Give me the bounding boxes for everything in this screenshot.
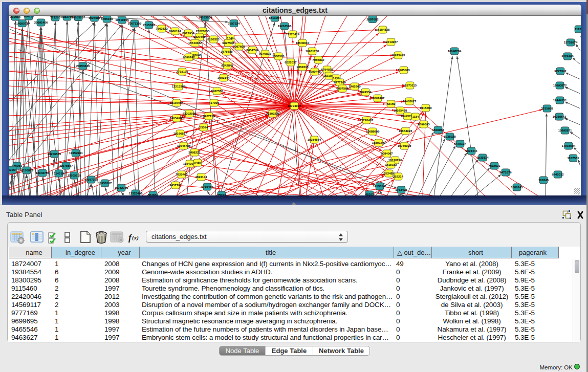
svg-text:252214: 252214: [393, 175, 404, 178]
svg-text:12942757: 12942757: [36, 171, 50, 174]
svg-text:1184: 1184: [412, 115, 419, 118]
svg-text:10958107: 10958107: [98, 182, 112, 185]
svg-text:9474444: 9474444: [465, 149, 477, 152]
svg-text:16543382: 16543382: [188, 41, 202, 45]
svg-text:16210643: 16210643: [553, 115, 567, 118]
svg-text:6479197: 6479197: [454, 142, 466, 145]
svg-text:9245012: 9245012: [552, 173, 564, 176]
svg-text:12213967: 12213967: [384, 40, 398, 43]
svg-text:9146821: 9146821: [259, 52, 271, 55]
svg-text:1527602: 1527602: [89, 16, 101, 19]
svg-text:7515526: 7515526: [143, 24, 155, 27]
svg-text:62160: 62160: [387, 102, 396, 105]
svg-text:23226055: 23226055: [196, 30, 210, 33]
svg-text:1362615: 1362615: [296, 65, 309, 69]
svg-text:16782759: 16782759: [115, 186, 128, 189]
svg-text:12323466: 12323466: [129, 192, 143, 195]
svg-text:10807487: 10807487: [371, 97, 385, 100]
svg-text:2718176: 2718176: [176, 70, 188, 73]
svg-text:19654985: 19654985: [170, 117, 184, 120]
svg-text:7632621: 7632621: [488, 164, 500, 167]
svg-text:6497568: 6497568: [336, 87, 349, 90]
svg-text:7462660: 7462660: [349, 85, 361, 88]
svg-text:16961758: 16961758: [306, 50, 319, 53]
svg-text:15720407: 15720407: [360, 119, 374, 122]
svg-text:39154: 39154: [9, 168, 17, 171]
svg-text:9896742: 9896742: [183, 56, 195, 59]
svg-text:8813054: 8813054: [269, 16, 281, 19]
svg-text:10653267: 10653267: [72, 16, 85, 19]
svg-text:15692971: 15692971: [558, 129, 572, 132]
svg-text:19654923: 19654923: [399, 129, 412, 133]
svg-text:230584: 230584: [10, 16, 21, 18]
svg-text:11156829: 11156829: [20, 169, 34, 172]
svg-text:9485: 9485: [194, 161, 201, 164]
svg-text:7625402: 7625402: [176, 173, 188, 176]
svg-text:6794028: 6794028: [321, 68, 333, 71]
svg-text:3215958: 3215958: [541, 107, 553, 110]
svg-text:20053346: 20053346: [76, 64, 90, 68]
svg-text:7663822: 7663822: [156, 27, 168, 30]
svg-text:53594: 53594: [200, 126, 208, 129]
svg-text:9115460: 9115460: [420, 106, 432, 110]
svg-text:9084067: 9084067: [381, 152, 393, 155]
svg-text:18640910: 18640910: [296, 41, 310, 45]
svg-text:19463627: 19463627: [403, 100, 417, 103]
svg-text:10719155: 10719155: [115, 18, 129, 21]
svg-text:1405571: 1405571: [16, 22, 29, 25]
svg-text:18724007: 18724007: [288, 104, 301, 107]
svg-text:3267110: 3267110: [203, 115, 215, 118]
svg-text:8454749: 8454749: [246, 49, 258, 52]
svg-text:7955812: 7955812: [312, 58, 324, 61]
svg-text:19166827: 19166827: [173, 132, 187, 135]
svg-text:11325419: 11325419: [286, 33, 300, 36]
svg-text:2367608: 2367608: [233, 45, 245, 48]
svg-text:7957224: 7957224: [228, 22, 240, 25]
svg-text:8912954: 8912954: [182, 32, 194, 35]
svg-text:20691406: 20691406: [34, 21, 48, 24]
svg-text:1615152: 1615152: [385, 163, 397, 166]
svg-text:19384554: 19384554: [308, 138, 321, 141]
svg-text:1606145: 1606145: [511, 186, 523, 189]
svg-text:8960124: 8960124: [169, 30, 181, 33]
svg-text:8990448: 8990448: [309, 70, 321, 73]
svg-text:16648784: 16648784: [448, 50, 462, 53]
svg-text:16107554: 16107554: [170, 101, 184, 104]
svg-text:23302035: 23302035: [183, 112, 197, 115]
svg-text:30975867: 30975867: [59, 164, 73, 167]
svg-text:1588520: 1588520: [272, 55, 285, 58]
svg-text:2087682: 2087682: [366, 18, 379, 21]
svg-text:801634: 801634: [148, 193, 159, 195]
svg-text:9457791: 9457791: [169, 184, 182, 187]
svg-text:10973493: 10973493: [391, 54, 405, 57]
svg-text:114519: 114519: [54, 172, 64, 175]
svg-text:17359934: 17359934: [69, 151, 83, 155]
svg-text:9716465: 9716465: [201, 185, 213, 188]
svg-text:771205: 771205: [50, 16, 61, 19]
svg-text:7485063: 7485063: [398, 69, 410, 72]
svg-text:19218506: 19218506: [278, 25, 292, 28]
svg-text:18807249: 18807249: [372, 141, 386, 144]
svg-text:10756928: 10756928: [398, 144, 411, 147]
svg-text:12213369: 12213369: [172, 85, 186, 88]
svg-text:8938928: 8938928: [444, 135, 456, 138]
svg-text:10688609: 10688609: [366, 130, 380, 133]
svg-text:15751074: 15751074: [564, 41, 578, 44]
svg-text:16154838: 16154838: [376, 28, 390, 31]
svg-text:1167531: 1167531: [567, 157, 579, 160]
svg-text:8322037: 8322037: [285, 61, 297, 64]
svg-text:10671355: 10671355: [128, 22, 142, 25]
svg-text:8186323: 8186323: [207, 38, 220, 41]
svg-text:17957255: 17957255: [84, 178, 98, 181]
svg-text:1733426: 1733426: [395, 188, 407, 191]
svg-text:10046788: 10046788: [177, 144, 191, 147]
svg-text:10025458: 10025458: [394, 109, 407, 112]
svg-text:9777169: 9777169: [334, 81, 346, 84]
svg-text:3498222: 3498222: [188, 151, 201, 154]
svg-text:14136141: 14136141: [373, 185, 387, 188]
svg-text:1691144: 1691144: [195, 176, 207, 179]
svg-text:11123: 11123: [575, 28, 581, 31]
svg-text:3675685: 3675685: [221, 50, 233, 53]
svg-text:(x): (x): [132, 234, 139, 241]
svg-text:3624554: 3624554: [359, 91, 372, 94]
